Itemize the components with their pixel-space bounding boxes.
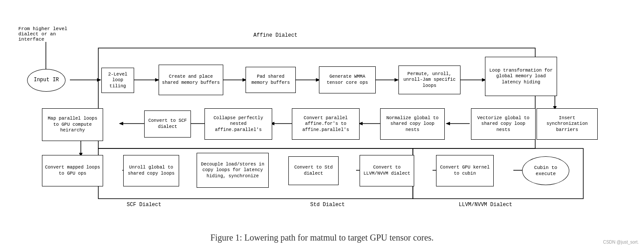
- convert-scf-node: Convert to SCF dialect: [144, 110, 191, 138]
- normalize-node: Normalize global to shared copy loop nes…: [380, 108, 445, 140]
- svg-marker-8: [97, 78, 101, 82]
- std-dialect-label: Std Dialect: [310, 202, 345, 208]
- svg-marker-32: [119, 122, 123, 125]
- vectorize-node: Vectorize global to shared copy loop nes…: [471, 108, 536, 140]
- convert-parallel-node: Convert parallel affine.for's to affine.…: [292, 108, 360, 140]
- permute-unroll-node: Permute, unroll, unroll-Jam specific loo…: [398, 65, 460, 94]
- create-place-node: Create and place shared memory buffers: [159, 65, 223, 95]
- pad-shared-node: Pad shared memory buffers: [246, 67, 296, 93]
- cubin-execute-node: Cubin to execute: [522, 156, 569, 185]
- collapse-node: Collapse perfectly nested affine.paralle…: [204, 108, 272, 140]
- llvm-dialect-label: LLVM/NVVM Dialect: [459, 202, 512, 208]
- watermark: CSDN @just_sort.: [603, 240, 639, 245]
- loop-transform-node: Loop transformation for global memory lo…: [485, 57, 557, 96]
- figure-caption: Figure 1: Lowering path for matmul to ta…: [0, 233, 644, 243]
- map-parallel-node: Map parallel loops to GPU compute heirar…: [42, 108, 103, 141]
- convert-std-node: Convert to Std dialect: [288, 156, 339, 185]
- unroll-global-node: Unroll global to shared copy loops: [123, 155, 179, 186]
- input-ir-node: Input IR: [27, 69, 66, 92]
- generate-wmma-node: Generate WMMA tensor core ops: [319, 66, 376, 93]
- scf-dialect-label: SCF Dialect: [127, 202, 161, 208]
- from-higher-label: From higher level dialect or an interfac…: [18, 26, 67, 42]
- affine-dialect-label: Affine Dialect: [253, 32, 298, 38]
- two-level-node: 2-Level loop tiling: [101, 68, 134, 93]
- decouple-node: Decouple load/stores in copy loops for l…: [197, 153, 269, 188]
- diagram-container: From higher level dialect or an interfac…: [0, 0, 644, 248]
- svg-marker-24: [446, 122, 450, 125]
- convert-llvm-node: Convert to LLVM/NVVM dialect: [360, 155, 414, 186]
- convert-mapped-node: Convert mapped loops to GPU ops: [42, 155, 103, 186]
- insert-sync-node: Insert synchronization barriers: [537, 108, 598, 140]
- convert-gpu-node: Convert GPU kernel to cubin: [436, 155, 494, 186]
